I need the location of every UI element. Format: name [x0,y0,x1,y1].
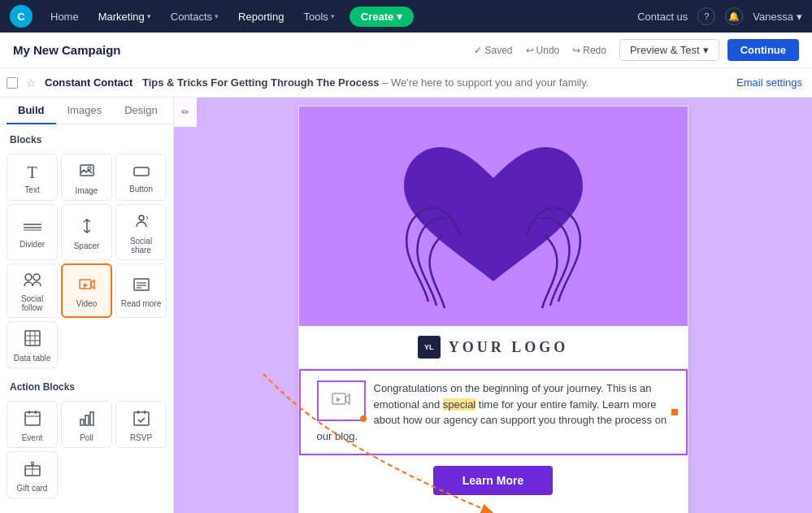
user-menu[interactable]: Vanessa ▾ [753,11,802,23]
block-rsvp[interactable]: RSVP [115,401,167,448]
email-canvas: YL YOUR LOGO Congratulations on the begi… [298,106,688,513]
svg-point-1 [88,167,91,170]
social-follow-block-icon [24,272,41,291]
block-social-follow-label: Social follow [11,294,54,312]
divider-block-icon [24,220,41,237]
logo-placeholder: YL YOUR LOGO [418,336,569,359]
nav-reporting[interactable]: Reporting [230,6,292,28]
block-divider-label: Divider [20,240,45,249]
app-logo[interactable]: C [10,5,33,28]
block-event-label: Event [22,433,43,442]
chevron-down-icon: ▾ [397,11,402,23]
tab-build[interactable]: Build [7,98,56,124]
preview-test-button[interactable]: Preview & Test ▾ [619,39,719,61]
svg-rect-0 [80,165,93,176]
block-gift-card-label: Gift card [17,484,48,493]
learn-more-section: Learn More [299,455,688,505]
block-video[interactable]: Video [61,263,112,318]
block-button-label: Button [129,185,153,193]
read-more-block-icon [133,277,150,296]
block-data-table-label: Data table [14,354,51,363]
email-subject-row: ☆ Constant Contact Tips & Tricks For Get… [0,68,812,98]
video-play-icon [332,391,351,411]
block-image-label: Image [76,186,98,195]
create-button[interactable]: Create ▾ [350,7,414,27]
sender-name: Constant Contact [45,76,134,89]
chevron-down-icon: ▾ [215,12,219,20]
email-subject-text: Tips & Tricks For Getting Through The Pr… [142,76,728,89]
notifications-icon[interactable]: 🔔 [725,7,743,25]
action-blocks-grid: Event Poll [0,398,173,502]
inline-video-block[interactable] [317,380,366,421]
email-canvas-area: ✏ [174,98,812,513]
block-social-share-label: Social share [119,237,163,254]
star-icon[interactable]: ☆ [26,76,37,89]
learn-more-button[interactable]: Learn More [433,466,553,495]
nav-contacts[interactable]: Contacts ▾ [163,6,227,28]
gift-card-block-icon [24,460,41,480]
nav-home[interactable]: Home [42,6,87,28]
logo-section: YL YOUR LOGO [299,326,688,369]
nav-marketing[interactable]: Marketing ▾ [90,6,159,28]
block-gift-card[interactable]: Gift card [7,451,58,498]
svg-rect-25 [85,415,89,425]
undo-icon: ↩ [526,45,534,56]
email-checkbox[interactable] [7,77,18,89]
continue-button[interactable]: Continue [727,39,799,61]
left-panel-tabs: Build Images Design [0,98,173,124]
block-spacer-label: Spacer [74,241,100,250]
heart-section [299,107,688,326]
rsvp-block-icon [133,410,150,430]
help-icon[interactable]: ? [697,7,715,25]
block-spacer[interactable]: Spacer [61,204,112,260]
button-block-icon [133,164,150,181]
pencil-icon[interactable]: ✏ [176,102,195,122]
contact-us-link[interactable]: Contact us [637,11,688,23]
block-button[interactable]: Button [115,154,167,201]
undo-button[interactable]: ↩ Undo [521,41,565,59]
text-content-section[interactable]: Congratulations on the beginning of your… [299,369,688,455]
block-event[interactable]: Event [7,401,58,448]
chevron-down-icon: ▾ [331,12,335,20]
chevron-down-icon: ▾ [703,44,709,56]
blocks-grid: T Text Image [0,150,173,372]
block-image[interactable]: Image [61,154,112,201]
block-social-share[interactable]: Social share [115,204,167,260]
block-data-table[interactable]: Data table [7,321,58,368]
body-text: Congratulations on the beginning of your… [317,380,670,444]
chevron-down-icon: ▾ [147,12,151,20]
svg-rect-2 [134,167,149,176]
chevron-down-icon: ▾ [797,11,802,23]
data-table-block-icon [24,330,41,350]
image-block-icon [79,163,95,183]
poll-block-icon [79,410,95,430]
svg-rect-24 [80,420,84,425]
highlighted-text: special [443,398,475,411]
nav-tools[interactable]: Tools ▾ [295,6,342,28]
left-panel: Build Images Design Blocks T Text I [0,98,174,513]
video-block-icon [79,277,95,296]
campaign-toolbar: My New Campaign ✓ Saved ↩ Undo ↪ Redo Pr… [0,33,812,68]
email-settings-link[interactable]: Email settings [736,76,802,89]
redo-icon: ↪ [572,45,580,56]
block-poll[interactable]: Poll [61,401,112,448]
nav-right-section: Contact us ? 🔔 Vanessa ▾ [637,7,802,25]
block-social-follow[interactable]: Social follow [7,263,58,318]
campaign-title: My New Campaign [13,43,467,57]
block-text[interactable]: T Text [7,154,58,201]
redo-button[interactable]: ↪ Redo [567,41,611,59]
block-divider[interactable]: Divider [7,204,58,260]
social-icons-section: f 𝕏 📷 [299,505,688,513]
top-navigation: C Home Marketing ▾ Contacts ▾ Reporting … [0,0,812,33]
svg-rect-26 [90,412,93,425]
logo-box: YL [418,336,441,359]
logo-text: YOUR LOGO [449,339,569,356]
block-read-more[interactable]: Read more [115,263,167,318]
indicator-dot [671,409,678,415]
spacer-block-icon [79,218,95,238]
block-poll-label: Poll [80,433,93,442]
block-video-label: Video [76,299,97,308]
tab-images[interactable]: Images [56,98,114,124]
tab-design[interactable]: Design [113,98,168,124]
save-status: ✓ Saved [474,45,513,56]
